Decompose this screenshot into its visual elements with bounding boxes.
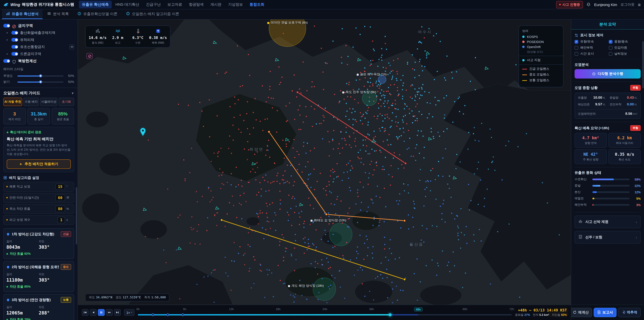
checkbox[interactable]: ✓: [608, 40, 612, 44]
collapsed-section-0[interactable]: 사고 선박 제원›: [574, 215, 641, 228]
map-canvas[interactable]: 여자만 갯벌 보호구역 (6h)송포 해수욕장 (1h)목도 진주 양식장 (3…: [78, 20, 571, 320]
zone-options-icon[interactable]: [70, 45, 74, 49]
polygon-analysis-button[interactable]: 다각형 분석수행: [574, 69, 641, 79]
site-label-2: 화태도 김 양식장 (10h): [310, 218, 346, 223]
legend-boom-0: 긴급 오일펜스: [522, 67, 560, 71]
mode-button-0[interactable]: AI 자동 추천: [3, 98, 22, 106]
shield-icon: [12, 59, 16, 63]
nav-item-4[interactable]: 항공탐색: [186, 1, 206, 9]
timeline-tick-24h[interactable]: 24h: [322, 307, 327, 310]
mode-button-1[interactable]: 수동 배치: [24, 98, 39, 106]
style-slider[interactable]: [18, 81, 64, 82]
mode-button-3[interactable]: 초기화: [59, 98, 74, 106]
style-slider[interactable]: [18, 75, 64, 76]
skip-forward-button[interactable]: [114, 309, 121, 316]
action-doc-button[interactable]: 보고서: [594, 308, 616, 317]
mode-button-2[interactable]: 시뮬레이션: [40, 98, 57, 106]
setting-value-input[interactable]: 1: [58, 217, 65, 223]
apply-plan-button[interactable]: 추천 배치안 적용하기: [7, 159, 71, 169]
zone-item-3[interactable]: ▸드론금지구역: [3, 50, 74, 57]
nav-item-6[interactable]: 기상정보: [225, 1, 246, 9]
app-logo[interactable]: Wing 해양환경 위기대응 통합시스템: [3, 2, 74, 7]
zone-group-restricted[interactable]: 금지구역: [3, 22, 74, 29]
zone-item-nll[interactable]: 북방한계선: [3, 57, 74, 65]
chevron-right-icon[interactable]: ▸: [7, 38, 10, 41]
timeline-tick-36h[interactable]: 36h: [369, 307, 374, 310]
tab-0[interactable]: 유출유 확산분석: [2, 10, 42, 19]
nav-item-3[interactable]: 보고자료: [164, 1, 185, 9]
action-refresh-button[interactable]: 재계산: [569, 308, 592, 317]
zone-item-1[interactable]: ▸유처리제: [3, 36, 74, 43]
timeline-track[interactable]: 0h6h12h18h24h36h48h60h72h: [138, 305, 512, 320]
nav-item-7[interactable]: 통합조회: [246, 1, 267, 9]
display-option-5[interactable]: 날씨정보: [608, 52, 641, 56]
nav-item-1[interactable]: HNS·대기확산: [112, 1, 142, 9]
logout-button[interactable]: 로그아웃: [620, 2, 634, 7]
tab-2[interactable]: 유출유확산모델 이론: [74, 10, 122, 19]
timeline-tick-18h[interactable]: 18h: [276, 307, 280, 310]
skip-back-button[interactable]: [82, 309, 88, 316]
chevron-right-icon[interactable]: ▸: [7, 52, 10, 55]
app-root: Wing 해양환경 위기대응 통합시스템 유출유 확산예측HNS·대기확산긴급구…: [0, 0, 644, 320]
zone-group-toggle[interactable]: [3, 24, 10, 28]
sidebar-scrollbar[interactable]: [76, 187, 77, 244]
nav-item-0[interactable]: 유출유 확산예측: [79, 1, 112, 9]
zone-toggle[interactable]: [12, 45, 18, 49]
zone-toggle[interactable]: [12, 52, 18, 56]
zone-toggle[interactable]: [12, 38, 18, 42]
checkbox[interactable]: [574, 46, 578, 50]
defense-line-card-1[interactable]: 1차 방어선 (고강도 차단형)긴급길이8043m각도303°차단 효율 92%: [3, 228, 74, 259]
nll-toggle[interactable]: [3, 59, 10, 63]
zone-item-0[interactable]: ▸황산화물배출규제지역: [3, 29, 74, 36]
timeline-event-marker-1[interactable]: [166, 313, 169, 316]
defense-line-card-2[interactable]: 2차 방어선 (외해용 중형 포위형)중요길이11180m각도303°차단 효율…: [3, 261, 74, 292]
panel-scrollbar[interactable]: [642, 41, 644, 88]
zone-item-2[interactable]: 유조선통항금지: [3, 43, 74, 50]
collapse-caret-icon[interactable]: ▼: [71, 92, 74, 95]
zone-toggle[interactable]: [12, 31, 18, 35]
chevron-right-icon[interactable]: ▸: [7, 31, 10, 34]
checkbox[interactable]: [608, 46, 612, 50]
display-option-4[interactable]: 시간 표시: [574, 52, 606, 56]
timeline-tick-60h[interactable]: 60h: [462, 307, 467, 310]
playback-speed-select[interactable]: 1×▾: [124, 309, 135, 316]
tab-3[interactable]: 오일펜스 배치 알고리즘 이론: [122, 10, 183, 19]
tab-1[interactable]: 분석 목록: [43, 10, 73, 19]
display-option-3[interactable]: 민감자원: [608, 46, 641, 50]
display-option-1[interactable]: ✓풍향/풍속: [608, 40, 641, 44]
pause-button[interactable]: [98, 309, 105, 316]
display-option-2[interactable]: 해안부착: [574, 46, 606, 50]
menu-icon[interactable]: ≡: [638, 2, 641, 7]
setting-value-input[interactable]: 15: [55, 183, 65, 190]
timeline-tick-6h[interactable]: 6h: [183, 307, 186, 310]
nav-item-5[interactable]: 게시판: [207, 1, 224, 9]
fast-forward-button[interactable]: [106, 309, 113, 316]
setting-value-input[interactable]: 60: [55, 194, 65, 201]
plan-description: 확산 예측을 분석하여 해류 직교 방향 1차 방어선, U자 포위 2차 방어…: [7, 143, 71, 157]
action-track-button[interactable]: 역추적: [618, 308, 641, 317]
notifications-bell-icon[interactable]: [586, 2, 591, 7]
incident-pin[interactable]: [140, 128, 146, 138]
defense-line-card-3[interactable]: 3차 방어선 (연안 경량형)보통길이12065m각도288°차단 효율 78%: [3, 294, 74, 320]
refresh-icon: [573, 310, 576, 314]
dispersant-marker-icon[interactable]: [86, 53, 92, 59]
checkbox[interactable]: [608, 52, 612, 56]
timeline-tick-48h[interactable]: 48h: [414, 307, 422, 311]
timeline-event-marker-0[interactable]: [152, 313, 154, 316]
nav-item-2[interactable]: 긴급구난: [143, 1, 164, 9]
timeline-tick-72h[interactable]: 72h: [509, 307, 514, 310]
display-option-0[interactable]: ✓유향/유속: [574, 40, 606, 44]
checkbox[interactable]: ✓: [574, 40, 578, 44]
step-back-button[interactable]: [90, 309, 96, 316]
stat-label: 배치 라인: [4, 117, 25, 122]
timeline-tick-12h[interactable]: 12h: [229, 307, 234, 310]
checkbox[interactable]: [574, 52, 578, 56]
timeline-current-time: +48h — 03/13 14:49 KST: [515, 308, 567, 312]
timeline-tick-0h[interactable]: 0h: [136, 307, 140, 310]
setting-value-input[interactable]: 80: [55, 206, 65, 212]
weather-temp: 6.3°C수온: [128, 29, 148, 45]
collapsed-section-1[interactable]: 선주 / 보험›: [574, 231, 641, 244]
timeline-event-marker-2[interactable]: [182, 313, 184, 316]
timeline-progress-track[interactable]: [138, 314, 512, 315]
timeline-playhead[interactable]: [389, 313, 392, 316]
